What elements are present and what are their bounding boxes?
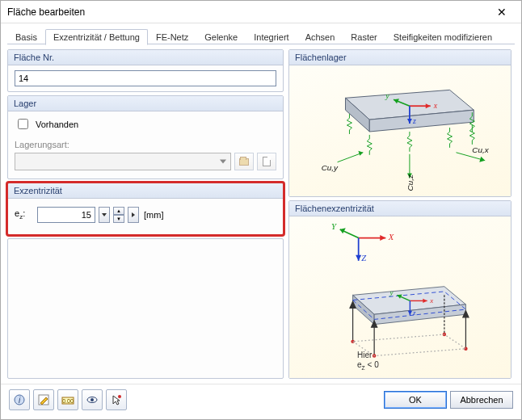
left-column: Fläche Nr. Lager Vorhanden Lagerungsart: [7, 49, 284, 379]
group-header-surface-nr: Fläche Nr. [8, 50, 283, 65]
svg-text:Cu,x: Cu,x [472, 145, 489, 154]
tab-fe-netz[interactable]: FE-Netz [148, 29, 196, 44]
chevron-right-icon [131, 212, 136, 217]
group-header-diagram-support: Flächenlager [289, 50, 511, 65]
chevron-down-icon [102, 212, 107, 217]
ecc-diagram-svg: X Y Z [289, 216, 511, 378]
surface-number-input[interactable] [15, 70, 276, 86]
svg-line-6 [338, 153, 364, 162]
ez-step-button[interactable] [128, 207, 139, 223]
svg-text:y: y [389, 288, 394, 296]
lagerungsart-combo[interactable] [15, 153, 231, 170]
empty-panel [7, 238, 284, 379]
support-diagram-svg: x y z [289, 65, 511, 196]
ez-label: ez: [15, 208, 34, 220]
tab-gelenke[interactable]: Gelenke [196, 29, 246, 44]
units-button[interactable]: 0.00 [57, 389, 78, 410]
tab-achsen[interactable]: Achsen [297, 29, 343, 44]
spinner-up-icon: ▲ [113, 207, 124, 215]
ez-spinner[interactable]: ▲ ▼ [113, 207, 124, 223]
tab-strip: Basis Exzentrizität / Bettung FE-Netz Ge… [1, 23, 521, 44]
group-header-lager: Lager [8, 96, 283, 111]
document-icon [263, 157, 271, 166]
title-bar: Fläche bearbeiten ✕ [1, 1, 521, 23]
ez-unit-label: [mm] [144, 210, 163, 220]
help-button[interactable]: i [9, 389, 30, 410]
svg-text:x: x [429, 296, 433, 304]
show-button[interactable] [82, 389, 103, 410]
ok-button[interactable]: OK [384, 391, 447, 409]
svg-text:z: z [412, 116, 416, 125]
svg-text:X: X [388, 233, 394, 242]
lager-vorhanden-label: Vorhanden [36, 120, 78, 129]
pick-button[interactable] [106, 389, 127, 410]
svg-text:z: z [412, 309, 416, 317]
ez-value-input[interactable] [37, 207, 95, 223]
svg-point-38 [91, 398, 94, 401]
help-icon: i [14, 394, 25, 405]
right-column: Flächenlager x y [288, 49, 511, 379]
group-lager: Lager Vorhanden Lagerungsart: [7, 95, 284, 179]
lager-vorhanden-checkbox[interactable] [18, 119, 28, 129]
svg-text:x: x [433, 101, 438, 110]
units-icon: 0.00 [61, 394, 74, 405]
tab-basis[interactable]: Basis [7, 29, 45, 44]
group-header-diagram-ecc: Flächenexzentrizität [289, 201, 511, 216]
pencil-icon [38, 394, 49, 405]
edit-button[interactable] [33, 389, 54, 410]
tab-steifigkeiten[interactable]: Steifigkeiten modifizieren [385, 29, 500, 44]
group-header-exzentrizitat: Exzentrizität [8, 183, 283, 199]
close-icon: ✕ [497, 6, 507, 19]
group-surface-number: Fläche Nr. [7, 49, 284, 92]
lager-new-button[interactable] [257, 153, 276, 170]
ecc-note: Hier ez < 0 [357, 351, 379, 372]
lagerungsart-label: Lagerungsart: [15, 140, 276, 149]
svg-text:0.00: 0.00 [62, 398, 74, 404]
tab-exzentrizitat-bettung[interactable]: Exzentrizität / Bettung [45, 29, 148, 45]
svg-text:Cu,y: Cu,y [322, 163, 339, 172]
svg-text:y: y [385, 91, 389, 100]
svg-text:Cu,z: Cu,z [406, 174, 415, 191]
svg-text:Y: Y [331, 222, 337, 231]
window-title: Fläche bearbeiten [7, 6, 85, 18]
lager-library-button[interactable] [234, 153, 254, 170]
group-diagram-support: Flächenlager x y [288, 49, 511, 197]
ez-dropdown-button[interactable] [99, 207, 110, 223]
cancel-button[interactable]: Abbrechen [450, 391, 513, 409]
tab-raster[interactable]: Raster [343, 29, 385, 44]
folder-icon [239, 158, 249, 166]
footer: i 0.00 OK Abbrechen [1, 384, 521, 414]
svg-point-39 [118, 395, 121, 398]
diagram-ecc-canvas: X Y Z [289, 216, 511, 378]
eye-icon [86, 394, 99, 405]
content-area: Fläche Nr. Lager Vorhanden Lagerungsart: [1, 44, 521, 384]
group-exzentrizitat: Exzentrizität ez: ▲ ▼ [mm] [7, 183, 284, 235]
spinner-down-icon: ▼ [113, 215, 124, 223]
diagram-support-canvas: x y z [289, 65, 511, 196]
svg-text:Z: Z [361, 254, 366, 262]
cursor-icon [111, 394, 122, 405]
close-button[interactable]: ✕ [487, 3, 516, 21]
svg-point-28 [351, 340, 354, 343]
group-diagram-ecc: Flächenexzentrizität X Y Z [288, 200, 511, 379]
tab-integriert[interactable]: Integriert [246, 29, 297, 44]
